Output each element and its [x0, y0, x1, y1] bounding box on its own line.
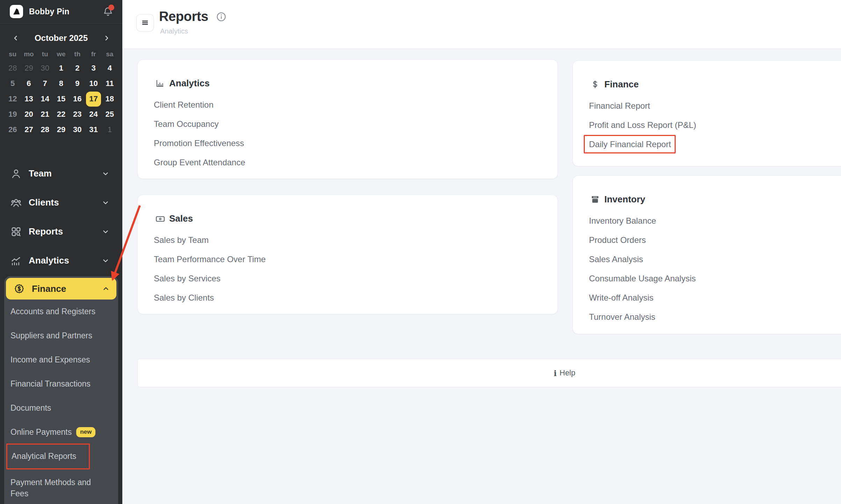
- calendar-day[interactable]: 24: [86, 107, 101, 122]
- info-i-icon: i: [554, 368, 557, 378]
- calendar-day[interactable]: 13: [21, 92, 36, 107]
- dollar-badge-icon: [14, 283, 25, 294]
- calendar-day[interactable]: 9: [70, 76, 85, 91]
- report-link-financial-report[interactable]: Financial Report: [573, 96, 841, 115]
- report-link-group-event-attendance[interactable]: Group Event Attendance: [138, 153, 558, 172]
- calendar-day[interactable]: 4: [102, 61, 117, 76]
- calendar-day[interactable]: 2: [70, 61, 85, 76]
- breadcrumb: Analytics: [160, 27, 188, 35]
- calendar-day[interactable]: 19: [5, 107, 20, 122]
- report-link-consumable-usage-analysis[interactable]: Consumable Usage Analysis: [573, 269, 841, 288]
- weekday-label: fr: [91, 50, 96, 58]
- calendar-day[interactable]: 28: [5, 61, 20, 76]
- calendar-day[interactable]: 30: [37, 61, 52, 76]
- calendar-day[interactable]: 26: [5, 122, 20, 137]
- report-link-sales-analysis[interactable]: Sales Analysis: [573, 250, 841, 269]
- report-link-team-occupancy[interactable]: Team Occupancy: [138, 114, 558, 134]
- calendar-day[interactable]: 30: [70, 122, 85, 137]
- report-link-label: Daily Financial Report: [589, 139, 671, 149]
- card-title: Finance: [604, 79, 639, 90]
- report-link-sales-by-team[interactable]: Sales by Team: [138, 230, 558, 250]
- card-sales: SalesSales by TeamTeam Performance Over …: [137, 195, 558, 314]
- calendar-day[interactable]: 6: [21, 76, 36, 91]
- chevron-down-icon: [101, 170, 110, 178]
- card-header: Finance: [590, 78, 841, 90]
- menu-toggle-button[interactable]: [136, 14, 154, 31]
- report-link-label: Client Retention: [154, 100, 214, 110]
- calendar-day[interactable]: 11: [102, 76, 117, 91]
- report-link-label: Inventory Balance: [589, 216, 656, 226]
- report-link-label: Sales by Services: [154, 274, 221, 283]
- card-inventory: InventoryInventory BalanceProduct Orders…: [573, 175, 841, 334]
- report-link-label: Financial Report: [589, 101, 650, 111]
- weekday-label: th: [74, 50, 80, 58]
- calendar-day[interactable]: 7: [37, 76, 52, 91]
- info-icon[interactable]: [216, 12, 227, 22]
- subitem-label: Documents: [10, 403, 51, 413]
- calendar-day[interactable]: 16: [70, 92, 85, 107]
- calendar-next-month-button[interactable]: [100, 32, 113, 44]
- sidebar-item-finance[interactable]: Finance: [6, 278, 116, 300]
- calendar-day[interactable]: 29: [21, 61, 36, 76]
- sidebar-subitem-suppliers-and-partners[interactable]: Suppliers and Partners: [6, 324, 116, 348]
- calendar-day-selected[interactable]: 17: [86, 92, 101, 107]
- report-link-product-orders[interactable]: Product Orders: [573, 230, 841, 250]
- calendar-day[interactable]: 31: [86, 122, 101, 137]
- app-logo: [10, 5, 23, 18]
- chevron-up-icon: [102, 285, 110, 293]
- report-link-sales-by-clients[interactable]: Sales by Clients: [138, 288, 558, 307]
- archive-icon: [590, 195, 600, 204]
- sidebar-subitem-income-and-expenses[interactable]: Income and Expenses: [6, 348, 116, 372]
- calendar-day[interactable]: 28: [37, 122, 52, 137]
- report-link-profit-and-loss-report-p-l[interactable]: Profit and Loss Report (P&L): [573, 115, 841, 135]
- report-link-label: Consumable Usage Analysis: [589, 274, 696, 283]
- calendar-day[interactable]: 5: [5, 76, 20, 91]
- notification-bell-icon[interactable]: [102, 6, 114, 17]
- report-link-client-retention[interactable]: Client Retention: [138, 95, 558, 114]
- sidebar-subitem-financial-transactions[interactable]: Financial Transactions: [6, 372, 116, 396]
- calendar-day[interactable]: 21: [37, 107, 52, 122]
- sidebar-item-team[interactable]: Team: [0, 159, 122, 188]
- sidebar-item-reports[interactable]: Reports: [0, 217, 122, 246]
- sidebar-subitem-analytical-reports[interactable]: Analytical Reports: [6, 444, 116, 468]
- sidebar-subitem-online-payments[interactable]: Online Paymentsnew: [6, 420, 116, 444]
- card-item-list: Financial ReportProfit and Loss Report (…: [573, 96, 841, 154]
- calendar-day[interactable]: 15: [53, 92, 69, 107]
- sidebar-subitem-accounts-and-registers[interactable]: Accounts and Registers: [6, 300, 116, 324]
- report-link-sales-by-services[interactable]: Sales by Services: [138, 269, 558, 288]
- calendar-day[interactable]: 8: [53, 76, 69, 91]
- subitem-label: Suppliers and Partners: [10, 331, 92, 340]
- calendar-day[interactable]: 23: [70, 107, 85, 122]
- report-link-promotion-effectiveness[interactable]: Promotion Effectiveness: [138, 134, 558, 153]
- calendar-day[interactable]: 27: [21, 122, 36, 137]
- calendar-day[interactable]: 1: [53, 61, 69, 76]
- logo-mark-icon: [12, 7, 21, 16]
- help-button[interactable]: i Help: [554, 359, 575, 387]
- calendar-day[interactable]: 3: [86, 61, 101, 76]
- chart-icon: [10, 255, 22, 266]
- report-link-inventory-balance[interactable]: Inventory Balance: [573, 211, 841, 230]
- calendar-day[interactable]: 10: [86, 76, 101, 91]
- subitem-label: Payment Methods and Fees: [10, 478, 91, 498]
- sidebar-item-clients[interactable]: Clients: [0, 188, 122, 217]
- sidebar-subitem-payment-methods-and-fees[interactable]: Payment Methods and Fees: [6, 468, 116, 502]
- card-finance: FinanceFinancial ReportProfit and Loss R…: [573, 60, 841, 166]
- weekday-label: su: [9, 50, 16, 58]
- sidebar-subitem-documents[interactable]: Documents: [6, 396, 116, 420]
- calendar-day[interactable]: 12: [5, 92, 20, 107]
- calendar-day[interactable]: 29: [53, 122, 69, 137]
- card-header: Sales: [155, 213, 558, 224]
- calendar-day[interactable]: 18: [102, 92, 117, 107]
- calendar-day[interactable]: 1: [102, 122, 117, 137]
- calendar-day[interactable]: 20: [21, 107, 36, 122]
- calendar-day[interactable]: 14: [37, 92, 52, 107]
- calendar-day[interactable]: 25: [102, 107, 117, 122]
- report-link-daily-financial-report[interactable]: Daily Financial Report: [573, 135, 841, 154]
- calendar-prev-month-button[interactable]: [9, 32, 22, 44]
- sidebar-item-analytics[interactable]: Analytics: [0, 246, 122, 275]
- subitem-label: Analytical Reports: [12, 452, 76, 461]
- report-link-write-off-analysis[interactable]: Write-off Analysis: [573, 288, 841, 307]
- report-link-turnover-analysis[interactable]: Turnover Analysis: [573, 307, 841, 326]
- report-link-team-performance-over-time[interactable]: Team Performance Over Time: [138, 250, 558, 269]
- calendar-day[interactable]: 22: [53, 107, 69, 122]
